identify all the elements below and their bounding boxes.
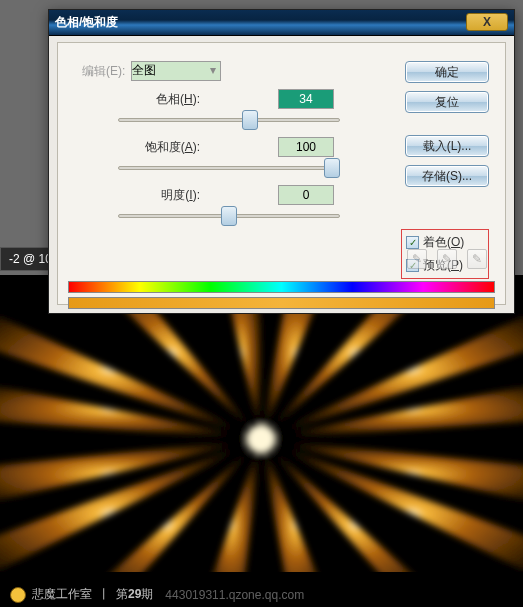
lightness-thumb[interactable]: [221, 206, 237, 226]
button-column: 确定 复位 载入(L)... 存储(S)...: [405, 61, 489, 187]
saturation-slider[interactable]: [118, 159, 340, 177]
ok-button[interactable]: 确定: [405, 61, 489, 83]
save-button[interactable]: 存储(S)...: [405, 165, 489, 187]
footer-sep: 丨: [98, 586, 110, 603]
dialog-title: 色相/饱和度: [55, 14, 118, 31]
footer-issue: 第29期: [116, 586, 153, 603]
dialog-panel: 编辑(E): 全图 确定 复位 载入(L)... 存储(S)... 色相(H):…: [57, 42, 506, 305]
lightness-slider[interactable]: [118, 207, 340, 225]
lightness-row: 明度(I): 0: [68, 185, 334, 205]
lightness-label: 明度(I):: [68, 187, 208, 204]
hue-track: [118, 118, 340, 122]
saturation-track: [118, 166, 340, 170]
result-color-bar: [68, 297, 495, 309]
hue-saturation-dialog: 色相/饱和度 X 编辑(E): 全图 确定 复位 载入(L)... 存储(S).…: [48, 9, 515, 314]
footer-studio: 悲魔工作室: [32, 586, 92, 603]
lightness-input[interactable]: 0: [278, 185, 334, 205]
footer-url: 443019311.qzone.qq.com: [165, 588, 304, 602]
eyedropper-group: ✎ ✎ ✎: [407, 249, 487, 269]
hue-label: 色相(H):: [68, 91, 208, 108]
canvas-preview: [0, 314, 523, 572]
close-button[interactable]: X: [466, 13, 508, 31]
load-button[interactable]: 载入(L)...: [405, 135, 489, 157]
hue-spectrum-bar: [68, 281, 495, 293]
hue-slider[interactable]: [118, 111, 340, 129]
reset-button[interactable]: 复位: [405, 91, 489, 113]
saturation-row: 饱和度(A): 100: [68, 137, 334, 157]
saturation-label: 饱和度(A):: [68, 139, 208, 156]
footer-watermark: 悲魔工作室 丨 第29期 443019311.qzone.qq.com: [10, 586, 304, 603]
saturation-thumb[interactable]: [324, 158, 340, 178]
edit-row: 编辑(E): 全图: [82, 61, 221, 81]
edit-channel-combo[interactable]: 全图: [131, 61, 221, 81]
eyedropper-minus-icon[interactable]: ✎: [467, 249, 487, 269]
checkbox-icon: ✓: [406, 236, 419, 249]
hue-thumb[interactable]: [242, 110, 258, 130]
eyedropper-icon[interactable]: ✎: [407, 249, 427, 269]
svg-point-17: [247, 425, 275, 453]
saturation-input[interactable]: 100: [278, 137, 334, 157]
emoji-icon: [10, 587, 26, 603]
dialog-titlebar[interactable]: 色相/饱和度 X: [49, 10, 514, 36]
edit-label: 编辑(E):: [82, 63, 125, 80]
hue-row: 色相(H): 34: [68, 89, 334, 109]
eyedropper-plus-icon[interactable]: ✎: [437, 249, 457, 269]
hue-input[interactable]: 34: [278, 89, 334, 109]
